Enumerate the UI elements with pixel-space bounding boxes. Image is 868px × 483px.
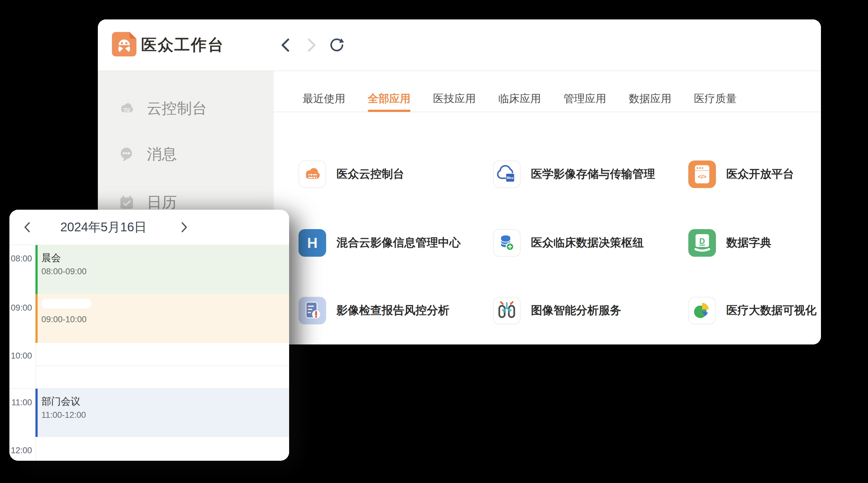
sidebar-item-calendar[interactable]: 日历: [118, 193, 177, 212]
redacted-title-pill: [41, 299, 92, 309]
tab-quality[interactable]: 医疗质量: [694, 85, 737, 112]
app-title: 医众工作台: [141, 20, 224, 70]
calendar-panel: 2024年5月16日 08:00 09:00 10:00 11:00 12:00…: [9, 210, 289, 461]
message-icon: [118, 146, 135, 163]
sidebar-item-messages[interactable]: 消息: [118, 144, 177, 164]
time-label: 12:00: [9, 446, 32, 455]
forward-button[interactable]: [304, 20, 320, 70]
blue-cloud-mos-icon: Mos: [493, 160, 521, 188]
app-cloud-console[interactable]: 医众云控制台: [299, 139, 493, 209]
cloud-console-icon: [118, 100, 135, 117]
app-big-data-visualization[interactable]: 医疗大数据可视化: [688, 277, 821, 345]
window-header: 医众工作台: [98, 20, 821, 71]
gridline: [36, 365, 289, 366]
app-image-ai-analysis[interactable]: 图像智能分析服务: [493, 277, 688, 345]
calendar-prev-button[interactable]: [18, 210, 36, 245]
app-label: 影像检查报告风控分析: [337, 303, 450, 318]
calendar-body: 08:00 09:00 10:00 11:00 12:00 晨会 08:00-0…: [9, 245, 289, 461]
app-label: 医疗大数据可视化: [726, 303, 816, 318]
event-redacted[interactable]: 09:00-10:00: [35, 294, 289, 343]
app-data-dictionary[interactable]: D 数据字典: [688, 209, 821, 277]
event-department-meeting[interactable]: 部门会议 11:00-12:00: [35, 389, 289, 437]
tab-management-apps[interactable]: 管理应用: [563, 85, 606, 112]
app-label: 图像智能分析服务: [531, 303, 621, 318]
sidebar-item-label: 云控制台: [147, 98, 207, 119]
lungs-icon: [493, 297, 521, 324]
app-label: 混合云影像信息管理中心: [337, 235, 461, 251]
orange-code-window-icon: </>: [688, 160, 716, 188]
orange-cloud-sliders-icon: [299, 160, 326, 188]
mos-badge: Mos: [507, 176, 514, 180]
tab-all-apps[interactable]: 全部应用: [368, 85, 410, 112]
calendar-header: 2024年5月16日: [9, 210, 289, 245]
event-title: 部门会议: [41, 395, 289, 408]
back-button[interactable]: [277, 20, 293, 70]
app-label: 医众云控制台: [337, 166, 404, 182]
report-alert-icon: [299, 297, 326, 324]
app-grid: 医众云控制台 Mos 医学影像存储与传输管理: [274, 113, 821, 345]
event-time: 09:00-10:00: [41, 315, 289, 324]
app-hybrid-cloud-center[interactable]: H 混合云影像信息管理中心: [299, 209, 493, 277]
app-report-risk-analysis[interactable]: 影像检查报告风控分析: [299, 277, 493, 345]
green-dictionary-icon: D: [688, 229, 716, 257]
refresh-button[interactable]: [329, 20, 345, 70]
event-time: 08:00-09:00: [41, 267, 289, 277]
app-logo-icon: [112, 32, 136, 57]
sidebar-item-label: 消息: [147, 144, 177, 164]
h-letter: H: [307, 234, 317, 251]
calendar-icon: [118, 194, 135, 211]
code-glyph: </>: [698, 173, 706, 180]
d-letter: D: [699, 237, 705, 246]
tab-medtech-apps[interactable]: 医技应用: [433, 85, 476, 112]
tab-recent[interactable]: 最近使用: [303, 85, 345, 112]
blue-h-tile-icon: H: [299, 229, 326, 257]
time-label: 09:00: [9, 303, 32, 313]
time-label: 10:00: [9, 351, 32, 361]
event-morning-meeting[interactable]: 晨会 08:00-09:00: [35, 245, 289, 294]
event-time: 11:00-12:00: [41, 410, 289, 420]
content-area: 最近使用 全部应用 医技应用 临床应用 管理应用 数据应用 医疗质量 医众云: [274, 71, 821, 345]
app-open-platform[interactable]: </> 医众开放平台: [688, 139, 821, 209]
calendar-date-label: 2024年5月16日: [38, 210, 169, 245]
time-label: 08:00: [9, 254, 32, 264]
pie-chart-icon: [688, 297, 716, 324]
sidebar-item-cloud-console[interactable]: 云控制台: [118, 99, 207, 118]
app-label: 医众临床数据决策枢纽: [531, 235, 644, 251]
app-label: 医学影像存储与传输管理: [531, 166, 655, 182]
event-title: 晨会: [41, 252, 289, 264]
app-label: 数据字典: [726, 235, 771, 251]
app-imaging-storage[interactable]: Mos 医学影像存储与传输管理: [493, 139, 688, 209]
app-label: 医众开放平台: [726, 166, 794, 182]
time-label: 11:00: [9, 398, 32, 408]
app-clinical-data-hub[interactable]: 医众临床数据决策枢纽: [493, 209, 688, 277]
tab-bar: 最近使用 全部应用 医技应用 临床应用 管理应用 数据应用 医疗质量: [274, 71, 821, 112]
calendar-next-button[interactable]: [176, 210, 193, 245]
database-plus-icon: [493, 229, 521, 257]
tab-data-apps[interactable]: 数据应用: [629, 85, 671, 112]
tab-clinical-apps[interactable]: 临床应用: [498, 85, 541, 112]
